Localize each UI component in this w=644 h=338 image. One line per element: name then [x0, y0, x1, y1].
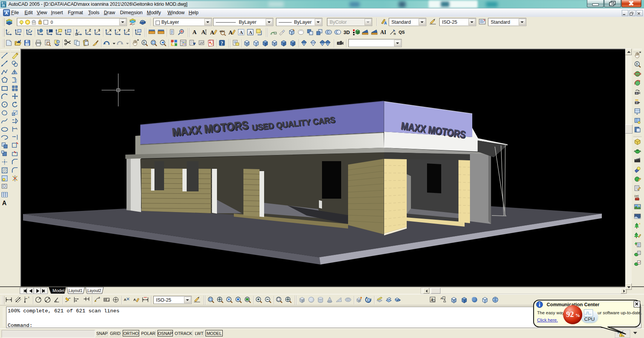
- svg-text:A: A: [201, 29, 205, 35]
- svg-text:±: ±: [143, 41, 145, 44]
- svg-text:A: A: [384, 21, 387, 25]
- svg-text:Z: Z: [89, 28, 91, 32]
- svg-text:?: ?: [220, 41, 223, 46]
- svg-text:A: A: [440, 297, 443, 300]
- svg-text:Y: Y: [24, 296, 26, 299]
- svg-text:n: n: [394, 32, 396, 36]
- svg-text:a: a: [3, 3, 5, 7]
- svg-text:A: A: [133, 298, 136, 302]
- svg-text:3: 3: [98, 28, 100, 32]
- svg-text:±: ±: [636, 62, 638, 66]
- svg-text:X: X: [109, 28, 112, 32]
- svg-text:A: A: [228, 29, 233, 36]
- svg-text:.1: .1: [107, 299, 110, 301]
- svg-text:A: A: [240, 30, 243, 35]
- svg-text:Layout2: Layout2: [87, 288, 101, 293]
- svg-text:Y: Y: [118, 28, 121, 32]
- svg-text:Model: Model: [53, 288, 64, 293]
- svg-text:0: 0: [51, 20, 53, 24]
- svg-text:X: X: [28, 296, 30, 299]
- svg-text:A: A: [210, 29, 214, 36]
- svg-text:AI: AI: [380, 29, 386, 35]
- svg-text:(uv): (uv): [634, 194, 639, 198]
- svg-text:QS: QS: [399, 30, 405, 34]
- svg-text:A: A: [192, 29, 197, 35]
- svg-text:Z: Z: [128, 28, 130, 32]
- svg-text:A: A: [249, 30, 252, 35]
- svg-text:A: A: [172, 42, 175, 46]
- svg-text:3D: 3D: [343, 29, 350, 35]
- svg-text:A: A: [2, 200, 7, 206]
- svg-text:A: A: [124, 298, 127, 302]
- svg-text:Layout1: Layout1: [69, 288, 82, 293]
- svg-text:A: A: [99, 296, 100, 299]
